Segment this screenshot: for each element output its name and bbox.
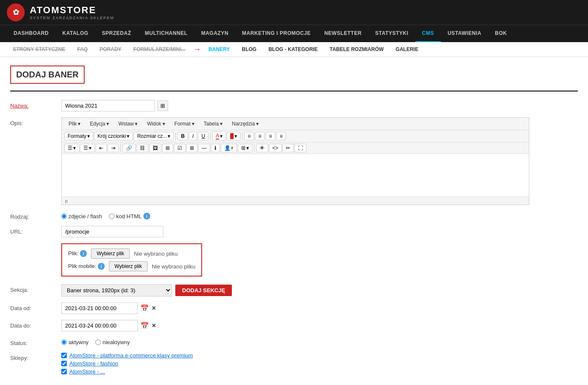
label-nazwa: Nazwa: [10,100,61,109]
tb-bold[interactable]: B [177,132,188,140]
plik-info-icon[interactable]: i [80,250,87,257]
editor-menu-format[interactable]: Format ▾ [170,120,199,128]
subnav-porady[interactable]: PORADY [94,42,127,57]
status-aktywny-radio[interactable] [61,339,67,345]
editor-menu-wstaw[interactable]: Wstaw ▾ [114,120,142,128]
nav-multichannel[interactable]: MULTICHANNEL [138,25,194,42]
status-aktywny-label[interactable]: aktywny [61,339,88,345]
editor-body[interactable] [62,154,529,197]
tb-image[interactable]: 🖼 [149,144,161,152]
tb-hr[interactable]: — [198,144,210,152]
tb-ul[interactable]: ☰ ▾ [64,144,79,152]
rodzaj-zdjecie-label[interactable]: zdjęcie / flash [61,213,102,220]
rodzaj-radio-group: zdjęcie / flash kod HTML i [61,211,578,220]
sekcja-select[interactable]: Baner strona, 1920px (id: 3) [61,284,172,297]
tb-font-color[interactable]: A ▾ [212,131,226,141]
data-od-input[interactable] [61,302,138,314]
tb-align-left[interactable]: ≡ [244,132,254,140]
data-do-clear-icon[interactable]: ✕ [151,322,156,329]
tb-italic[interactable]: I [189,132,197,140]
editor-menu-edycja[interactable]: Edycja ▾ [86,120,113,128]
tb-table[interactable]: ⊞ [186,144,197,152]
tb-size[interactable]: Rozmiar cz... ▾ [134,132,174,140]
label-plik-empty [10,243,61,246]
status-aktywny-text: aktywny [69,339,88,345]
plik-wybierz-btn[interactable]: Wybierz plik [91,248,130,259]
data-od-calendar-icon[interactable]: 📅 [140,304,149,312]
divider5 [254,144,254,152]
tb-info[interactable]: ℹ [211,144,220,152]
tb-code[interactable]: <> [269,144,282,152]
data-do-input[interactable] [61,320,138,331]
subnav-formularze[interactable]: FORMULARZE/MINI... [127,42,191,57]
sklepy-label-1[interactable]: AtomStore - platforma e-commerce klasy p… [69,352,193,359]
nav-marketing[interactable]: MARKETING I PROMOCJE [235,25,317,42]
rodzaj-info-icon[interactable]: i [143,213,150,220]
editor-menu-tabela[interactable]: Tabela ▾ [200,120,227,128]
nav-bok[interactable]: BOK [488,25,514,42]
subnav-blog-kategorie[interactable]: BLOG - KATEGORIE [263,42,324,57]
field-plik: Plik: i Wybierz plik Nie wybrano pliku P… [61,243,578,278]
plik-mobile-info-icon[interactable]: i [98,263,105,270]
tb-link[interactable]: 🔗 [123,144,136,152]
tb-fullscreen[interactable]: ⛶ [294,144,306,152]
tb-indent[interactable]: ⇥ [108,144,119,152]
editor-toolbar2: ☰ ▾ ☰ ▾ ⇤ ⇥ 🔗 ⛓ 🖼 ⊞ ☑ ⊞ — ℹ 👤+ ⊞ ▾ [62,143,529,154]
editor-menu-plik[interactable]: Plik ▾ [64,120,85,128]
form-row-status: Status: aktywny nieaktywny [10,337,578,346]
sklepy-checkbox-1[interactable] [61,353,67,358]
sklepy-checkbox-3[interactable] [61,369,67,374]
tb-align-center[interactable]: ≡ [255,132,265,140]
status-nieaktywny-label[interactable]: nieaktywny [95,339,130,345]
label-sekcja: Sekcja: [10,284,61,293]
nazwa-input[interactable] [61,100,155,111]
tb-unlink[interactable]: ⛓ [137,144,148,152]
sklepy-label-2[interactable]: AtomStore - fashion [69,360,118,367]
field-sekcja: Baner strona, 1920px (id: 3) DODAJ SEKCJ… [61,284,578,297]
data-od-clear-icon[interactable]: ✕ [151,305,156,311]
tb-media[interactable]: ⊞ [162,144,173,152]
nav-dashboard[interactable]: DASHBOARD [7,25,56,42]
nav-katalog[interactable]: KATALOG [56,25,95,42]
subnav-tabele[interactable]: TABELE ROZMIARÓW [324,42,390,57]
data-do-calendar-icon[interactable]: 📅 [140,322,149,330]
nav-sprzedaz[interactable]: SPRZEDAŻ [95,25,138,42]
sklepy-checkbox-2[interactable] [61,361,67,366]
tb-preview[interactable]: 👁 [256,144,268,152]
subnav-strony[interactable]: STRONY STATYCZNE [7,42,71,57]
tb-font[interactable]: Krój czcionki ▾ [94,132,133,140]
nav-ustawienia[interactable]: USTAWIENIA [441,25,488,42]
tb-pencil[interactable]: ✏ [283,144,294,152]
subnav-galerie[interactable]: GALERIE [390,42,424,57]
page-content: DODAJ BANER Nazwa: ⊞ Opis: Plik ▾ Edycja… [0,57,588,385]
status-nieaktywny-radio[interactable] [95,339,101,345]
rodzaj-html-label[interactable]: kod HTML i [109,213,150,220]
subnav-faq[interactable]: FAQ [71,42,94,57]
nav-cms[interactable]: CMS [415,25,441,42]
nav-magazyn[interactable]: MAGAZYN [194,25,235,42]
tb-underline[interactable]: U [198,132,208,140]
subnav-banery[interactable]: BANERY [203,42,236,57]
plik-mobile-wybierz-btn[interactable]: Wybierz plik [109,261,148,271]
dodaj-sekcje-btn[interactable]: DODAJ SEKCJĘ [175,285,232,296]
tb-bg-color[interactable]: A ▾ [227,132,240,140]
rodzaj-html-radio[interactable] [109,214,114,219]
nav-newsletter[interactable]: NEWSLETTER [317,25,368,42]
editor-menu-narzedzia[interactable]: Narzędzia ▾ [228,120,263,128]
tb-checkbox[interactable]: ☑ [174,144,186,152]
tb-align-right[interactable]: ≡ [265,132,275,140]
editor-menu-widok[interactable]: Widok ▾ [143,120,169,128]
tb-ol[interactable]: ☰ ▾ [80,144,95,152]
tb-table2[interactable]: ⊞ ▾ [238,144,252,152]
rodzaj-zdjecie-radio[interactable] [61,214,67,219]
tb-align-justify[interactable]: ≡ [276,132,286,140]
nav-statystyki[interactable]: STATYSTYKI [368,25,415,42]
url-input[interactable] [61,226,163,237]
sklepy-label-3[interactable]: AtomStore - ... [69,368,105,375]
subnav-blog[interactable]: BLOG [236,42,263,57]
tb-outdent[interactable]: ⇤ [96,144,107,152]
plik-mobile-label-text: Plik mobile: i [68,263,105,270]
tb-adduser[interactable]: 👤+ [221,144,237,152]
tb-formaty[interactable]: Formaty ▾ [64,132,93,140]
nazwa-expand-btn[interactable]: ⊞ [157,100,168,111]
